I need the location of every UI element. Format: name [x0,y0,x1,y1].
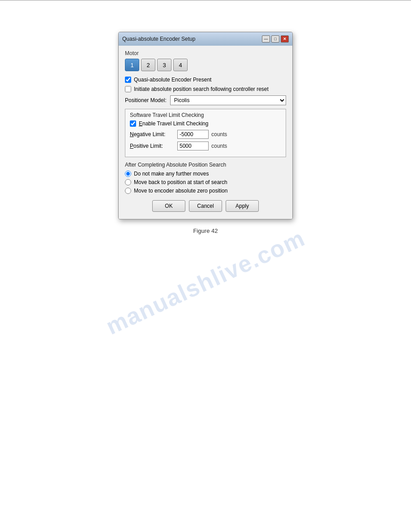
close-button[interactable]: ✕ [281,35,289,43]
positive-limit-unit: counts [211,143,227,149]
radio-no-further-moves-row: Do not make any further moves [125,171,286,177]
positive-limit-input[interactable] [177,142,209,150]
enable-travel-limit-label-text: Enable Travel Limit Checking [139,120,208,127]
initiate-search-row: Initiate absolute position search follow… [125,86,286,92]
encoder-present-row: Quasi-absolute Encoder Present [125,77,286,83]
radio-absolute-zero-row: Move to encoder absolute zero position [125,188,286,194]
radio-move-back-row: Move back to position at start of search [125,179,286,185]
initiate-search-label: Initiate absolute position search follow… [134,86,269,92]
positive-limit-row: Positive Limit: counts [130,142,281,150]
radio-absolute-zero-label: Move to encoder absolute zero position [134,188,227,194]
cancel-button[interactable]: Cancel [189,200,222,212]
encoder-present-checkbox[interactable] [125,77,131,83]
positioner-model-row: Positioner Model: Picolis [125,95,286,105]
titlebar-controls: — □ ✕ [262,35,289,43]
radio-no-further-moves-label: Do not make any further moves [134,171,209,177]
travel-limit-group-title: Software Travel Limit Checking [130,112,281,118]
maximize-button[interactable]: □ [271,35,279,43]
positive-limit-label: Positive Limit: [130,143,175,149]
dialog-body: Motor 1 2 3 4 Quasi-absolute Encoder Pre… [119,46,292,219]
apply-button[interactable]: Apply [226,200,259,212]
motor-button-4[interactable]: 4 [173,59,188,71]
initiate-search-checkbox[interactable] [125,86,131,92]
negative-limit-row: Negative Limit: counts [130,130,281,139]
radio-move-back[interactable] [125,179,131,185]
watermark: manualshlive.com [102,224,309,340]
positioner-model-label: Positioner Model: [125,97,167,103]
after-section-title: After Completing Absolute Position Searc… [125,162,286,168]
negative-limit-input[interactable] [177,130,209,139]
motor-button-2[interactable]: 2 [141,59,155,71]
positioner-model-select[interactable]: Picolis [170,95,286,105]
ok-button[interactable]: OK [152,200,185,212]
radio-move-back-label: Move back to position at start of search [134,179,227,185]
motor-button-3[interactable]: 3 [157,59,171,71]
enable-travel-limit-row: Enable Travel Limit Checking [130,120,281,127]
enable-travel-limit-checkbox[interactable] [130,120,136,127]
figure-caption: Figure 42 [193,227,218,234]
motor-buttons-group: 1 2 3 4 [125,59,286,71]
negative-limit-label: Negative Limit: [130,131,175,137]
motor-button-1[interactable]: 1 [125,59,139,71]
dialog-title: Quasi-absolute Encoder Setup [122,36,195,42]
travel-limit-group: Software Travel Limit Checking Enable Tr… [125,109,286,157]
enable-travel-limit-label: Enable Travel Limit Checking [139,120,208,127]
after-completing-section: After Completing Absolute Position Searc… [125,162,286,194]
radio-absolute-zero[interactable] [125,188,131,194]
encoder-present-label: Quasi-absolute Encoder Present [134,77,211,83]
negative-limit-unit: counts [211,131,227,137]
radio-no-further-moves[interactable] [125,171,131,177]
dialog-footer: OK Cancel Apply [125,200,286,215]
motor-section-label: Motor [125,50,286,56]
minimize-button[interactable]: — [262,35,270,43]
dialog-window: Quasi-absolute Encoder Setup — □ ✕ Motor… [118,32,293,219]
dialog-titlebar: Quasi-absolute Encoder Setup — □ ✕ [119,32,292,46]
